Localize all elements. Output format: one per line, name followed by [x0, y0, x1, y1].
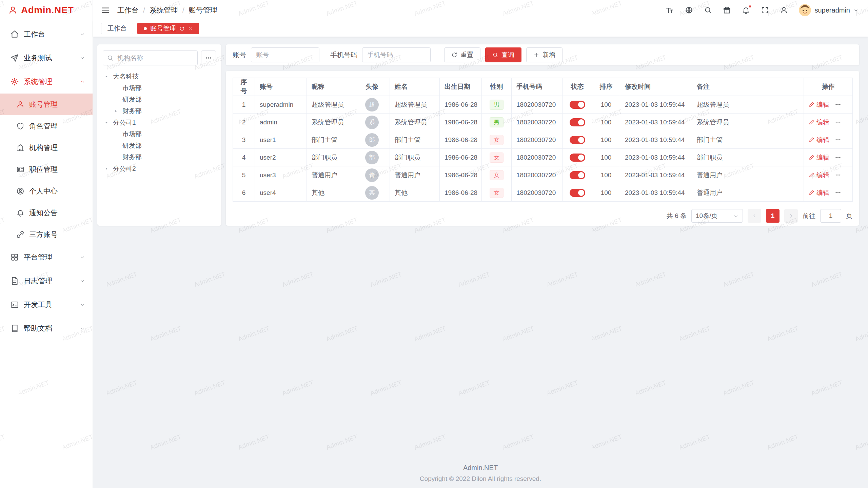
caret-right-icon[interactable]	[114, 108, 122, 114]
tab-workbench[interactable]: 工作台	[101, 23, 133, 34]
caret-down-icon[interactable]	[104, 120, 113, 125]
globe-icon[interactable]	[685, 6, 693, 14]
sidebar-item-business-test[interactable]: 业务测试	[0, 46, 93, 70]
cell-phone: 18020030720	[512, 131, 563, 149]
menu-collapse-icon[interactable]	[101, 6, 110, 15]
profile-icon[interactable]	[780, 6, 788, 14]
sidebar-item-notice[interactable]: 通知公告	[0, 202, 93, 224]
sidebar-item-platform-management[interactable]: 平台管理	[0, 245, 93, 269]
caret-down-icon[interactable]	[104, 74, 113, 79]
user-menu[interactable]: superadmin	[799, 4, 859, 16]
edit-button[interactable]: 编辑	[809, 153, 829, 162]
tree-node-label: 财务部	[122, 153, 142, 162]
sidebar-item-role-management[interactable]: 角色管理	[0, 115, 93, 137]
tree-node[interactable]: 市场部	[103, 128, 216, 140]
cell-modify-time: 2023-01-03 10:59:44	[620, 149, 692, 166]
cell-index: 2	[233, 114, 255, 131]
org-name-search-input[interactable]	[103, 50, 198, 65]
page-number-button[interactable]: 1	[766, 209, 780, 223]
column-header: 性别	[482, 78, 512, 96]
sidebar-item-label: 系统管理	[24, 77, 80, 86]
search-button[interactable]: 查询	[485, 47, 521, 62]
cell-name: 普通用户	[390, 166, 440, 184]
edit-button[interactable]: 编辑	[809, 188, 829, 197]
sidebar-item-system-management[interactable]: 系统管理	[0, 70, 93, 94]
tree-node[interactable]: 研发部	[103, 140, 216, 151]
edit-button[interactable]: 编辑	[809, 171, 829, 180]
building-icon	[16, 144, 24, 152]
goto-page-input[interactable]	[820, 209, 841, 223]
home-icon	[10, 30, 19, 39]
more-actions-button[interactable]	[835, 189, 841, 196]
page-size-value: 10条/页	[696, 211, 717, 220]
breadcrumb-item[interactable]: 账号管理	[189, 5, 217, 15]
tree-more-button[interactable]	[201, 50, 216, 65]
tree-node[interactable]: 财务部	[103, 105, 216, 117]
tab-close-icon[interactable]	[188, 26, 193, 31]
more-actions-button[interactable]	[835, 101, 841, 108]
status-toggle[interactable]	[570, 154, 585, 162]
chevron-down-icon	[853, 8, 859, 13]
account-input[interactable]	[251, 47, 319, 62]
cell-name: 部门主管	[390, 131, 440, 149]
tab-account-management[interactable]: 账号管理	[137, 23, 199, 34]
more-actions-button[interactable]	[835, 119, 841, 125]
edit-button[interactable]: 编辑	[809, 136, 829, 144]
edit-button[interactable]: 编辑	[809, 118, 829, 127]
next-page-button[interactable]	[784, 209, 798, 223]
more-actions-button[interactable]	[835, 154, 841, 161]
sidebar-item-third-party-account[interactable]: 三方账号	[0, 224, 93, 245]
cell-modify-time: 2023-01-03 10:59:44	[620, 184, 692, 202]
tree-node[interactable]: 分公司2	[103, 163, 216, 175]
edit-button-label: 编辑	[816, 188, 829, 197]
sidebar-item-org-management[interactable]: 机构管理	[0, 137, 93, 159]
sidebar-item-label: 工作台	[24, 29, 80, 39]
reset-button[interactable]: 重置	[444, 47, 480, 62]
prev-page-button[interactable]	[748, 209, 761, 223]
id-card-icon	[16, 165, 24, 174]
cell-nickname: 部门职员	[307, 149, 354, 166]
breadcrumb-item[interactable]: 工作台	[117, 5, 139, 15]
theme-icon[interactable]	[723, 6, 731, 14]
cell-nickname: 其他	[307, 184, 354, 202]
status-toggle[interactable]	[570, 171, 585, 179]
sidebar-item-account-management[interactable]: 账号管理	[0, 94, 93, 115]
edit-button[interactable]: 编辑	[809, 100, 829, 109]
tab-refresh-icon[interactable]	[179, 26, 184, 31]
tree-node[interactable]: 财务部	[103, 151, 216, 163]
tree-node[interactable]: 研发部	[103, 94, 216, 105]
page-size-select[interactable]: 10条/页	[691, 209, 743, 223]
status-toggle[interactable]	[570, 101, 585, 109]
app-logo[interactable]: Admin.NET	[0, 0, 93, 20]
edit-button-label: 编辑	[816, 118, 829, 127]
tree-node[interactable]: 大名科技	[103, 71, 216, 82]
add-button[interactable]: 新增	[526, 47, 563, 62]
tree-node[interactable]: 市场部	[103, 82, 216, 94]
status-toggle[interactable]	[570, 136, 585, 144]
status-toggle[interactable]	[570, 189, 585, 197]
sidebar-item-dev-tools[interactable]: 开发工具	[0, 293, 93, 317]
logo-icon	[8, 5, 18, 15]
phone-input[interactable]	[362, 47, 431, 62]
sidebar-item-personal-center[interactable]: 个人中心	[0, 180, 93, 202]
sidebar-item-help-docs[interactable]: 帮助文档	[0, 317, 93, 340]
cell-order: 100	[592, 149, 620, 166]
breadcrumb: 工作台 / 系统管理 / 账号管理	[117, 5, 217, 15]
notification-bell-icon[interactable]	[742, 6, 750, 14]
font-size-icon[interactable]	[665, 6, 674, 15]
sidebar-item-label: 日志管理	[24, 276, 80, 286]
sidebar: Admin.NET 工作台 业务测试 系统管理 账号管理	[0, 0, 93, 488]
more-actions-button[interactable]	[835, 137, 841, 143]
sidebar-item-position-management[interactable]: 职位管理	[0, 159, 93, 180]
sidebar-item-workbench[interactable]: 工作台	[0, 22, 93, 46]
search-icon[interactable]	[704, 6, 712, 14]
more-actions-button[interactable]	[835, 172, 841, 178]
row-avatar: 部	[365, 151, 379, 164]
fullscreen-icon[interactable]	[761, 6, 769, 14]
user-icon	[16, 100, 24, 108]
status-toggle[interactable]	[570, 118, 585, 126]
breadcrumb-item[interactable]: 系统管理	[150, 5, 178, 15]
sidebar-item-log-management[interactable]: 日志管理	[0, 269, 93, 293]
caret-right-icon[interactable]	[104, 166, 113, 171]
tree-node[interactable]: 分公司1	[103, 117, 216, 128]
